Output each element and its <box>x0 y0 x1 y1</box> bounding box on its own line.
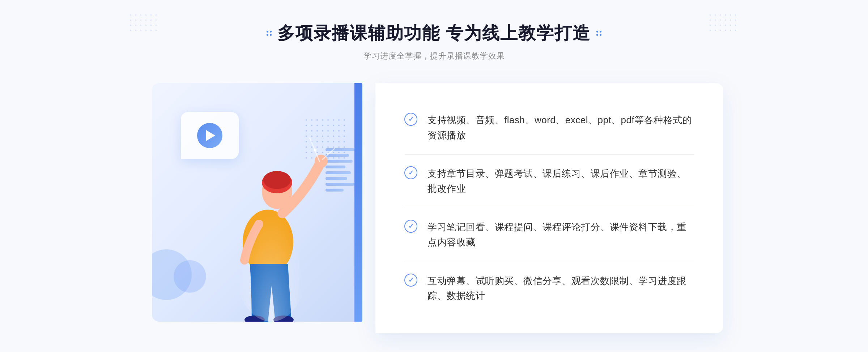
check-icon-2: ✓ <box>404 166 417 179</box>
feature-item-1: ✓ 支持视频、音频、flash、word、excel、ppt、pdf等各种格式的… <box>404 101 694 155</box>
feature-item-2: ✓ 支持章节目录、弹题考试、课后练习、课后作业、章节测验、批改作业 <box>404 155 694 208</box>
title-decorator-right <box>596 31 601 36</box>
feature-text-1: 支持视频、音频、flash、word、excel、ppt、pdf等各种格式的资源… <box>427 113 694 143</box>
header-section: 多项录播课辅助功能 专为线上教学打造 学习进度全掌握，提升录播课教学效果 <box>267 22 601 61</box>
illustration-circle-2 <box>174 260 206 293</box>
check-mark-3: ✓ <box>408 223 414 229</box>
blue-accent-bar <box>354 83 362 322</box>
dots-right-decoration <box>710 14 738 33</box>
illustration-background <box>152 83 362 322</box>
check-icon-1: ✓ <box>404 113 417 126</box>
svg-point-10 <box>327 153 329 155</box>
check-mark-2: ✓ <box>408 169 414 176</box>
sub-title-text: 学习进度全掌握，提升录播课教学效果 <box>267 51 601 61</box>
page-wrapper: 多项录播课辅助功能 专为线上教学打造 学习进度全掌握，提升录播课教学效果 ≫ <box>0 0 868 352</box>
check-icon-3: ✓ <box>404 220 417 233</box>
main-title-text: 多项录播课辅助功能 专为线上教学打造 <box>277 22 590 45</box>
page-title: 多项录播课辅助功能 专为线上教学打造 <box>267 22 601 45</box>
svg-point-9 <box>314 149 316 151</box>
check-mark-4: ✓ <box>408 277 414 283</box>
feature-item-4: ✓ 互动弹幕、试听购买、微信分享、观看次数限制、学习进度跟踪、数据统计 <box>404 262 694 315</box>
features-panel: ✓ 支持视频、音频、flash、word、excel、ppt、pdf等各种格式的… <box>375 83 723 333</box>
content-area: ≫ <box>145 83 723 333</box>
check-mark-1: ✓ <box>408 116 414 123</box>
svg-point-3 <box>263 171 291 189</box>
check-icon-4: ✓ <box>404 274 417 287</box>
feature-item-3: ✓ 学习笔记回看、课程提问、课程评论打分、课件资料下载，重点内容收藏 <box>404 208 694 262</box>
title-decorator-left <box>267 31 272 36</box>
feature-text-3: 学习笔记回看、课程提问、课程评论打分、课件资料下载，重点内容收藏 <box>427 220 694 250</box>
dots-left-decoration <box>130 14 158 33</box>
feature-text-4: 互动弹幕、试听购买、微信分享、观看次数限制、学习进度跟踪、数据统计 <box>427 274 694 304</box>
feature-text-2: 支持章节目录、弹题考试、课后练习、课后作业、章节测验、批改作业 <box>427 166 694 196</box>
illustration-container <box>145 83 376 333</box>
